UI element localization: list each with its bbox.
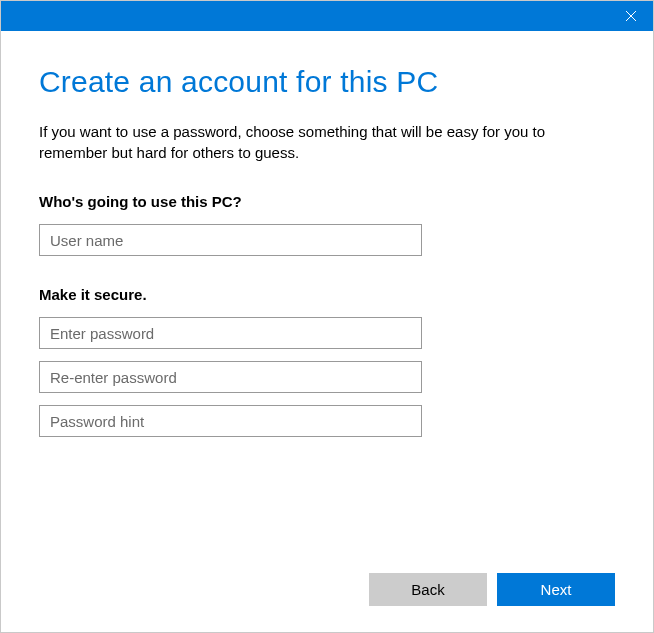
- security-section-label: Make it secure.: [39, 286, 615, 303]
- back-button[interactable]: Back: [369, 573, 487, 606]
- user-section-label: Who's going to use this PC?: [39, 193, 615, 210]
- titlebar: [1, 1, 653, 31]
- content-area: Create an account for this PC If you wan…: [1, 31, 653, 573]
- next-button[interactable]: Next: [497, 573, 615, 606]
- close-button[interactable]: [608, 1, 653, 31]
- password-hint-input[interactable]: [39, 405, 422, 437]
- page-title: Create an account for this PC: [39, 65, 615, 99]
- password-input[interactable]: [39, 317, 422, 349]
- close-icon: [626, 11, 636, 21]
- page-description: If you want to use a password, choose so…: [39, 121, 615, 163]
- confirm-password-input[interactable]: [39, 361, 422, 393]
- setup-window: Create an account for this PC If you wan…: [0, 0, 654, 633]
- username-input[interactable]: [39, 224, 422, 256]
- footer: Back Next: [1, 573, 653, 632]
